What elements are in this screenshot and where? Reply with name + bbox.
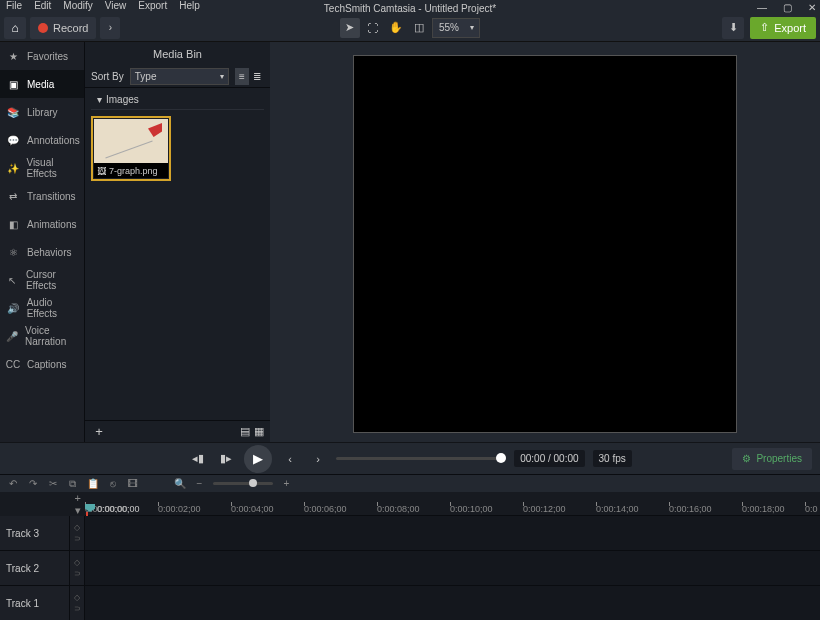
track-body[interactable] — [85, 516, 820, 550]
timeline-toolbar: ↶ ↷ ✂ ⧉ 📋 ⎋ 🎞 🔍 − + — [0, 474, 820, 492]
pointer-tool[interactable]: ➤ — [340, 18, 360, 38]
track-lock[interactable]: ◇ — [74, 593, 80, 602]
copy-button[interactable]: ⧉ — [66, 477, 79, 490]
next-frame-button[interactable]: ▮▸ — [216, 449, 236, 469]
sidebar-item-voice-narration[interactable]: 🎤Voice Narration — [0, 322, 84, 350]
track-row: Track 1 ◇⊃ — [0, 586, 820, 620]
audio-icon: 🔊 — [6, 301, 20, 315]
properties-button[interactable]: ⚙ Properties — [732, 448, 812, 470]
home-button[interactable]: ⌂ — [4, 17, 26, 39]
sidebar-item-captions[interactable]: CCCaptions — [0, 350, 84, 378]
sidebar-item-animations[interactable]: ◧Animations — [0, 210, 84, 238]
pan-tool[interactable]: ✋ — [386, 18, 406, 38]
crop-tool[interactable]: ◫ — [409, 18, 429, 38]
add-track-button[interactable]: + — [75, 492, 81, 504]
sort-ascending[interactable]: ≡ — [235, 68, 249, 85]
track-toggle[interactable]: ⊃ — [74, 534, 81, 543]
track-lock[interactable]: ◇ — [74, 558, 80, 567]
playhead-time: 0:00:00;00 — [97, 504, 140, 514]
menu-export[interactable]: Export — [138, 0, 167, 14]
record-button[interactable]: Record — [30, 17, 96, 39]
sidebar-item-library[interactable]: 📚Library — [0, 98, 84, 126]
window-minimize[interactable]: — — [757, 2, 767, 13]
canvas[interactable] — [353, 55, 737, 433]
export-button[interactable]: ⇧ Export — [750, 17, 816, 39]
track-toggle[interactable]: ⊃ — [74, 604, 81, 613]
track-row: Track 3 ◇⊃ — [0, 516, 820, 551]
menu-edit[interactable]: Edit — [34, 0, 51, 14]
cut-button[interactable]: ✂ — [46, 477, 59, 490]
track-lock[interactable]: ◇ — [74, 523, 80, 532]
sidebar-item-favorites[interactable]: ★Favorites — [0, 42, 84, 70]
window-maximize[interactable]: ▢ — [783, 2, 792, 13]
playback-time: 00:00 / 00:00 — [514, 450, 584, 467]
sort-select[interactable]: Type — [130, 68, 229, 85]
redo-button[interactable]: ↷ — [26, 477, 39, 490]
add-media-button[interactable]: + — [91, 424, 107, 440]
media-thumbnail — [94, 119, 168, 163]
playback-bar: ◂▮ ▮▸ ▶ ‹ › 00:00 / 00:00 30 fps ⚙ Prope… — [0, 442, 820, 474]
download-button[interactable]: ⬇ — [722, 17, 744, 39]
menu-view[interactable]: View — [105, 0, 127, 14]
window-close[interactable]: ✕ — [808, 2, 816, 13]
prev-frame-button[interactable]: ◂▮ — [188, 449, 208, 469]
sidebar-item-media[interactable]: ▣Media — [0, 70, 84, 98]
sort-label: Sort By — [91, 71, 124, 82]
canvas-area — [270, 42, 820, 442]
effects-icon: ✨ — [6, 161, 19, 175]
view-grid[interactable]: ▦ — [254, 425, 264, 438]
media-item-name: 7-graph.png — [109, 166, 158, 176]
sidebar-item-annotations[interactable]: 💬Annotations — [0, 126, 84, 154]
sidebar-item-visual-effects[interactable]: ✨Visual Effects — [0, 154, 84, 182]
track-body[interactable] — [85, 586, 820, 620]
track-label[interactable]: Track 2 — [0, 551, 70, 585]
expand-tool[interactable]: ⛶ — [363, 18, 383, 38]
sidebar-item-audio-effects[interactable]: 🔊Audio Effects — [0, 294, 84, 322]
track-body[interactable] — [85, 551, 820, 585]
sidebar-item-cursor-effects[interactable]: ↖Cursor Effects — [0, 266, 84, 294]
play-button[interactable]: ▶ — [244, 445, 272, 473]
animations-icon: ◧ — [6, 217, 20, 231]
undo-button[interactable]: ↶ — [6, 477, 19, 490]
zoom-out-button[interactable]: − — [193, 477, 206, 490]
canvas-zoom-select[interactable]: 55% — [432, 18, 480, 38]
record-icon — [38, 23, 48, 33]
media-bin: Media Bin Sort By Type ≡ ≣ ▾ Images 🖼 7-… — [85, 42, 270, 442]
silence-button[interactable]: 🎞 — [126, 477, 139, 490]
track-row: Track 2 ◇⊃ — [0, 551, 820, 586]
zoom-fit-button[interactable]: 🔍 — [173, 477, 186, 490]
sidebar-item-behaviors[interactable]: ⚛Behaviors — [0, 238, 84, 266]
cursor-icon: ↖ — [6, 273, 19, 287]
menubar: File Edit Modify View Export Help — [0, 0, 200, 14]
timeline: + ▾ 0:00:00;00 0:00:02;00 0:00:04;00 0:0… — [0, 492, 820, 620]
group-images[interactable]: ▾ Images — [91, 90, 264, 110]
track-label[interactable]: Track 3 — [0, 516, 70, 550]
menu-help[interactable]: Help — [179, 0, 200, 14]
timeline-zoom-slider[interactable] — [213, 482, 273, 485]
library-icon: 📚 — [6, 105, 20, 119]
playback-fps: 30 fps — [593, 450, 632, 467]
behaviors-icon: ⚛ — [6, 245, 20, 259]
gear-icon: ⚙ — [742, 453, 751, 464]
track-toggle[interactable]: ⊃ — [74, 569, 81, 578]
window-title: TechSmith Camtasia - Untitled Project* — [324, 3, 496, 14]
menu-file[interactable]: File — [6, 0, 22, 14]
sidebar-item-transitions[interactable]: ⇄Transitions — [0, 182, 84, 210]
split-button[interactable]: ⎋ — [106, 477, 119, 490]
step-back-button[interactable]: ‹ — [280, 449, 300, 469]
step-forward-button[interactable]: › — [308, 449, 328, 469]
track-menu-button[interactable]: ▾ — [75, 504, 81, 517]
chevron-down-icon: ▾ — [97, 94, 102, 105]
timeline-ruler[interactable]: 0:00:00;00 0:00:02;00 0:00:04;00 0:00:06… — [85, 504, 820, 516]
sort-descending[interactable]: ≣ — [250, 68, 264, 85]
paste-button[interactable]: 📋 — [86, 477, 99, 490]
track-label[interactable]: Track 1 — [0, 586, 70, 620]
record-dropdown[interactable]: › — [100, 17, 120, 39]
media-item[interactable]: 🖼 7-graph.png — [91, 116, 171, 181]
menu-modify[interactable]: Modify — [63, 0, 92, 14]
zoom-in-button[interactable]: + — [280, 477, 293, 490]
playback-slider[interactable] — [336, 457, 506, 460]
star-icon: ★ — [6, 49, 20, 63]
view-details[interactable]: ▤ — [240, 425, 250, 438]
media-icon: ▣ — [6, 77, 20, 91]
